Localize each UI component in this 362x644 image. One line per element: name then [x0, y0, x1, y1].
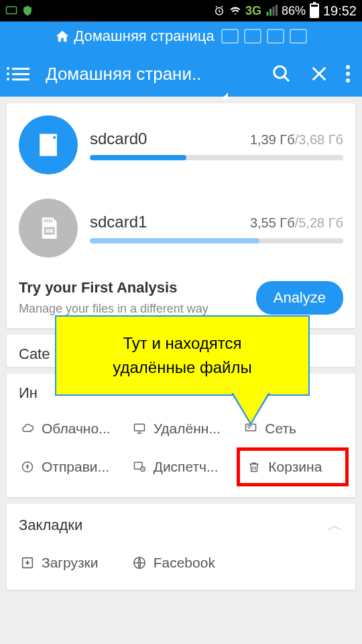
- status-bar: 3G 86% 19:52: [0, 0, 362, 21]
- svg-text:SD: SD: [46, 229, 52, 233]
- taskmgr-icon: [131, 460, 148, 474]
- send-icon: [19, 460, 36, 474]
- tool-trash[interactable]: Корзина: [237, 447, 349, 486]
- cast-icon: [5, 5, 17, 17]
- sd-icon: SD: [19, 199, 78, 258]
- storage-sdcard1[interactable]: SD sdcard1 3,55 Гб/5,28 Гб: [7, 186, 355, 270]
- shield-icon: [21, 5, 34, 17]
- tool-send[interactable]: Отправи...: [13, 447, 125, 486]
- monitor-icon: [131, 421, 148, 436]
- storage-card: sdcard0 1,39 Гб/3,68 Гб SD sdcard1 3,55 …: [7, 103, 355, 328]
- network-type: 3G: [245, 4, 261, 18]
- storage-size: 1,39 Гб/3,68 Гб: [250, 132, 343, 148]
- tool-cloud[interactable]: Облачно...: [13, 413, 125, 445]
- faded-icon[interactable]: [221, 29, 239, 44]
- analysis-subtitle: Manage your files in a different way: [19, 302, 256, 316]
- analysis-title: Try your First Analysis: [19, 279, 256, 297]
- alarm-icon: [213, 5, 225, 17]
- bookmark-downloads[interactable]: Загрузки: [13, 547, 125, 579]
- tool-taskmgr[interactable]: Диспетч...: [125, 447, 237, 486]
- close-icon[interactable]: [308, 63, 330, 85]
- trash-icon: [245, 460, 263, 474]
- storage-sdcard0[interactable]: sdcard0 1,39 Гб/3,68 Гб: [7, 103, 355, 186]
- wifi-icon: [229, 5, 241, 17]
- storage-name: sdcard1: [90, 213, 147, 231]
- progress-bar: [90, 238, 343, 244]
- battery-percent: 86%: [282, 4, 306, 18]
- annotation-callout: Тут и находятся удалённые файлы: [55, 315, 310, 396]
- cloud-icon: [19, 421, 36, 436]
- faded-icon[interactable]: [267, 29, 284, 44]
- home-shortcut[interactable]: Домашняя страница: [55, 28, 214, 45]
- chevron-up-icon: ︿: [327, 515, 343, 536]
- more-icon[interactable]: [346, 65, 350, 83]
- clock: 19:52: [323, 3, 357, 19]
- home-label: Домашняя страница: [74, 28, 214, 45]
- storage-size: 3,55 Гб/5,28 Гб: [250, 215, 343, 231]
- disk-icon: [19, 115, 78, 174]
- bookmarks-card: Закладки ︿ Загрузки Facebook: [7, 504, 355, 590]
- svg-rect-0: [7, 7, 17, 14]
- analyze-button[interactable]: Analyze: [256, 281, 343, 315]
- battery-icon: [310, 3, 319, 18]
- toolbar: Домашняя страни..: [0, 51, 362, 97]
- bookmark-facebook[interactable]: Facebook: [125, 547, 237, 579]
- header-shortcuts: Домашняя страница: [0, 21, 362, 51]
- faded-icon[interactable]: [290, 29, 307, 44]
- menu-icon[interactable]: [12, 68, 29, 80]
- tool-remote[interactable]: Удалённ...: [125, 413, 237, 445]
- globe-icon: [131, 555, 148, 570]
- bookmarks-header[interactable]: Закладки ︿: [7, 504, 355, 540]
- page-title[interactable]: Домашняя страни..: [46, 64, 255, 85]
- home-icon: [55, 29, 70, 44]
- svg-rect-5: [134, 424, 144, 431]
- faded-icon[interactable]: [244, 29, 261, 44]
- download-icon: [19, 555, 36, 570]
- progress-bar: [90, 155, 343, 160]
- search-icon[interactable]: [271, 63, 292, 85]
- signal-icon: [265, 5, 278, 17]
- storage-name: sdcard0: [90, 129, 147, 148]
- svg-point-2: [274, 66, 286, 78]
